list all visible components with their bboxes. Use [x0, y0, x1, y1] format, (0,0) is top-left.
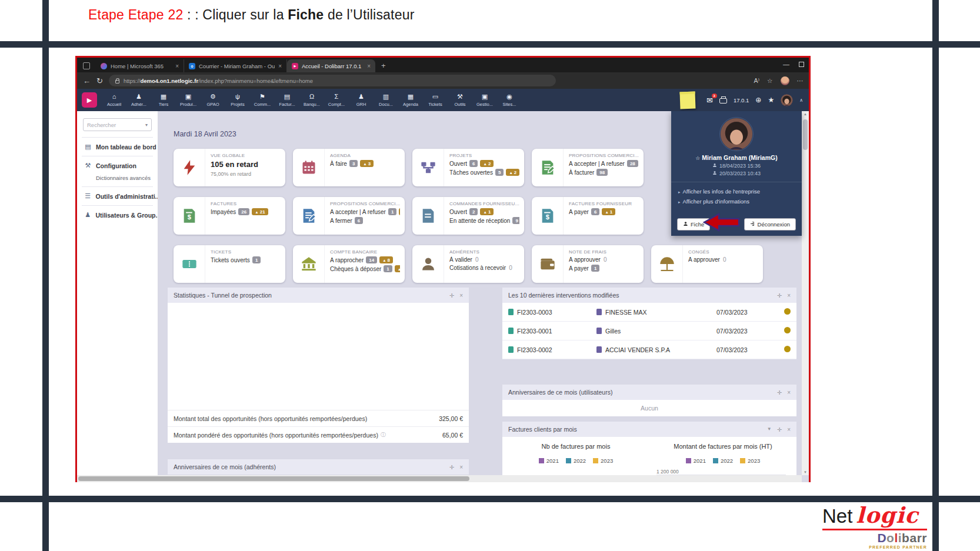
topnav-item-tools[interactable]: ⚒Outils	[448, 93, 472, 107]
restore-button[interactable]	[799, 62, 804, 67]
thirdparty-link[interactable]: ACCIAI VENDER S.P.A	[596, 346, 716, 353]
widget-factures-fournisseur[interactable]: $FACTURES FOURNISSEURA payer6▲1	[532, 197, 644, 235]
move-icon[interactable]: ✛	[449, 292, 454, 299]
count-badge[interactable]: 6	[591, 208, 599, 215]
intervention-ref-link[interactable]: FI2303-0002	[508, 346, 596, 353]
read-aloud-icon[interactable]: A⁾	[754, 77, 759, 84]
topnav-item-website[interactable]: ◉Sites...	[497, 93, 522, 107]
widget-factures[interactable]: $FACTURESImpayées26▲21	[174, 197, 285, 235]
widget-commandes-fournisseu[interactable]: COMMANDES FOURNISSEU...Ouvert2▲1En atten…	[412, 197, 524, 235]
close-icon[interactable]: ×	[787, 426, 791, 433]
warning-badge[interactable]: ▲1	[395, 265, 400, 272]
topnav-item-accounting[interactable]: ΣCompt...	[324, 93, 349, 107]
topnav-item-commerce[interactable]: ⚑Comm...	[250, 93, 275, 107]
widget-vue-globale[interactable]: VUE GLOBALE105 en retard75,00% en retard	[174, 149, 285, 186]
bookmark-star-icon[interactable]: ★	[768, 96, 774, 104]
topnav-item-billing[interactable]: ▤Factur...	[275, 93, 299, 107]
warning-badge[interactable]: ▲21	[252, 208, 268, 215]
back-icon[interactable]: ←	[83, 76, 91, 85]
dolibarr-logo[interactable]: ▶	[82, 92, 97, 108]
widget-compte-bancaire[interactable]: COMPTE BANCAIREA rapprocher14▲8Chèques à…	[293, 245, 405, 283]
browser-tab-1[interactable]: oCourrier - Miriam Graham - Outl×	[184, 59, 287, 72]
widget-tickets[interactable]: TICKETSTickets ouverts1	[174, 245, 285, 283]
tab-close-icon[interactable]: ×	[175, 63, 179, 69]
count-badge[interactable]: 1	[591, 265, 599, 272]
close-icon[interactable]: ×	[459, 464, 463, 470]
logout-button[interactable]: Déconnexion	[744, 218, 796, 231]
thirdparty-link[interactable]: FINESSE MAX	[596, 309, 716, 316]
thirdparty-link[interactable]: Gilles	[596, 328, 716, 335]
warning-badge[interactable]: ▲1	[480, 208, 494, 215]
favorites-icon[interactable]: ☆	[767, 77, 772, 84]
topnav-item-thirdparty[interactable]: ▦Tiers	[151, 93, 176, 107]
widget-propositions-commerci[interactable]: PROPOSITIONS COMMERCI...A accepter | A r…	[293, 197, 405, 235]
browser-menu-icon[interactable]: ⋯	[797, 77, 804, 84]
mail-icon[interactable]: ✉3	[706, 96, 713, 105]
close-icon[interactable]: ×	[787, 389, 791, 396]
show-more-info-link[interactable]: ▸Afficher plus d'informations	[671, 196, 802, 206]
warning-badge[interactable]: ▲1	[399, 208, 400, 215]
topnav-item-mrp[interactable]: ⚙GPAO	[201, 93, 225, 107]
intervention-ref-link[interactable]: FI2303-0001	[508, 328, 596, 335]
vertical-scrollbar[interactable]: ▲ ▼	[802, 111, 809, 475]
count-badge[interactable]: 6	[469, 160, 478, 167]
widget-propositions-commerci[interactable]: PROPOSITIONS COMMERCI...A accepter | A r…	[532, 149, 644, 186]
new-tab-button[interactable]: +	[381, 61, 386, 70]
count-badge[interactable]: 14	[366, 256, 377, 263]
move-icon[interactable]: ✛	[777, 389, 782, 396]
count-badge[interactable]: 98	[596, 169, 608, 176]
search-input[interactable]: Rechercher▾	[83, 118, 152, 131]
count-badge[interactable]: 2	[469, 208, 478, 215]
topnav-item-ticket[interactable]: ▭Tickets	[423, 93, 448, 107]
topnav-item-admin[interactable]: ▣Gestio...	[472, 93, 497, 107]
refresh-icon[interactable]: ↻	[96, 76, 103, 85]
warning-badge[interactable]: ▲8	[379, 256, 393, 263]
browser-tab-2[interactable]: ▶Accueil - Dolibarr 17.0.1×	[287, 59, 375, 72]
move-icon[interactable]: ✛	[777, 426, 782, 433]
topnav-item-agenda[interactable]: ▦Agenda	[398, 93, 423, 107]
quick-add-icon[interactable]: ⊕	[755, 96, 761, 104]
browser-profile-avatar[interactable]	[781, 76, 789, 85]
address-bar[interactable]: https://demo4.on1.netlogic.fr/index.php?…	[109, 75, 556, 86]
filter-icon[interactable]: ▼	[767, 426, 772, 433]
show-company-info-link[interactable]: ▸Afficher les infos de l'entreprise	[671, 186, 802, 196]
warning-badge[interactable]: ▲2	[506, 169, 519, 176]
count-badge[interactable]: 1	[388, 208, 396, 215]
topnav-item-project[interactable]: ψProjets	[225, 93, 250, 107]
tab-actions-icon[interactable]	[83, 62, 90, 69]
move-icon[interactable]: ✛	[449, 464, 454, 470]
topnav-item-home[interactable]: ⌂Accueil	[102, 93, 126, 107]
sidebar-item-utilisateurs-group[interactable]: ♟Utilisateurs & Group...	[77, 206, 158, 224]
topnav-item-ecm[interactable]: ▥Docu...	[374, 93, 398, 107]
print-icon[interactable]	[719, 98, 727, 103]
count-badge[interactable]: 9	[512, 217, 519, 224]
count-badge[interactable]: 1	[252, 256, 261, 263]
page-url[interactable]: https://demo4.on1.netlogic.fr/index.php?…	[124, 78, 313, 84]
warning-badge[interactable]: ▲3	[360, 160, 374, 167]
count-badge[interactable]: 26	[238, 208, 249, 215]
close-icon[interactable]: ×	[459, 292, 463, 299]
sidebar-item-outils-d-administrati[interactable]: ☰Outils d'administrati...	[77, 187, 158, 205]
count-badge[interactable]: 5	[495, 169, 504, 176]
topnav-item-bank[interactable]: ΩBanqu...	[299, 93, 324, 107]
browser-tab-0[interactable]: Home | Microsoft 365×	[96, 59, 184, 72]
horizontal-scrollbar[interactable]	[77, 475, 802, 482]
sidebar-item-configuration[interactable]: ⚒Configuration	[77, 156, 158, 175]
move-icon[interactable]: ✛	[777, 292, 782, 299]
count-badge[interactable]: 3	[349, 160, 358, 167]
tab-close-icon[interactable]: ×	[278, 63, 282, 69]
minimize-button[interactable]: —	[783, 61, 789, 68]
topnav-item-member[interactable]: ♟Adhér...	[126, 93, 151, 107]
intervention-ref-link[interactable]: FI2303-0003	[508, 309, 596, 316]
topnav-item-product[interactable]: ▣Produi...	[176, 93, 201, 107]
count-badge[interactable]: 28	[627, 160, 638, 167]
user-photo[interactable]	[719, 117, 754, 151]
warning-badge[interactable]: ▲2	[480, 160, 494, 167]
warning-badge[interactable]: ▲1	[602, 208, 615, 215]
widget-note-de-frais[interactable]: NOTE DE FRAISA approuver0A payer1	[532, 245, 644, 283]
widget-adh-rents[interactable]: ADHÉRENTSÀ valider0Cotisations à recevoi…	[412, 245, 524, 283]
count-badge[interactable]: 1	[384, 265, 392, 272]
widget-agenda[interactable]: AGENDAÀ faire3▲3	[293, 149, 405, 186]
sidebar-subitem[interactable]: Dictionnaires avancés	[77, 175, 158, 186]
count-badge[interactable]: 6	[355, 217, 363, 224]
